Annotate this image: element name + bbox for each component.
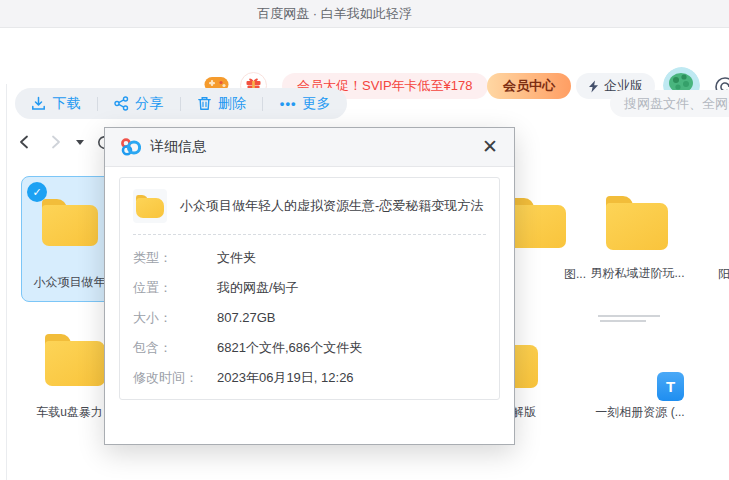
download-button[interactable]: 下载 [31,95,80,113]
forward-icon [46,133,64,151]
selected-check-icon[interactable]: ✓ [27,182,47,202]
toolbar-separator [262,97,263,111]
search-input[interactable]: 搜网盘文件、全网资 [610,90,729,117]
field-row-size: 大小： 807.27GB [120,303,499,333]
more-dots-icon: ••• [280,99,297,109]
back-button[interactable] [16,133,34,151]
vip-center-label: 会员中心 [503,77,555,95]
history-nav [16,133,113,151]
content-left-divider [6,84,7,480]
folder-icon [45,334,105,386]
field-label: 大小： [133,311,217,325]
field-row-location: 位置： 我的网盘/钩子 [120,273,499,303]
file-info-box: 小众项目做年轻人的虚拟资源生意-恋爱秘籍变现方法 类型： 文件夹 位置： 我的网… [119,177,500,400]
file-thumb [133,189,167,223]
file-name: 小众项目做年轻人的虚拟资源生意-恋爱秘籍变现方法 [180,197,483,215]
app-header: 会员大促！SVIP年卡低至¥178 会员中心 企业版 SVIP1 [0,28,729,82]
back-icon [16,133,34,151]
folder-icon [136,195,164,218]
file-card-label: 小众项目做年 [26,274,113,291]
watermark [598,315,660,317]
more-label: 更多 [303,95,331,113]
field-value: 我的网盘/钩子 [217,281,299,295]
details-dialog: 详细信息 ✕ 小众项目做年轻人的虚拟资源生意-恋爱秘籍变现方法 类型： 文件夹 … [104,127,515,445]
search-placeholder: 搜网盘文件、全网资 [624,95,729,113]
field-row-modified: 修改时间： 2023年06月19日, 12:26 [120,363,499,393]
field-value: 6821个文件,686个文件夹 [217,341,362,355]
download-icon [31,96,46,111]
vip-center-button[interactable]: 会员中心 [487,73,571,99]
folder-icon [606,196,668,250]
file-card-partial-1[interactable] [508,198,566,248]
file-card-usb[interactable] [45,334,105,386]
field-value: 807.27GB [217,311,276,325]
file-name-row: 小众项目做年轻人的虚拟资源生意-恋爱秘籍变现方法 [120,178,499,234]
trash-icon [197,96,212,111]
field-label: 修改时间： [133,371,217,385]
chevron-down-icon [76,140,84,145]
dialog-title: 详细信息 [150,138,206,156]
text-file-icon[interactable]: T [657,372,684,401]
folder-icon [508,198,566,248]
watermark [600,320,646,322]
file-card-fans-label[interactable]: 男粉私域进阶玩... [585,265,690,282]
toolbar-separator [97,97,98,111]
delete-label: 删除 [218,95,246,113]
field-label: 类型： [133,251,217,265]
forward-button[interactable] [46,133,64,151]
field-value: 文件夹 [217,251,256,265]
field-row-contains: 包含： 6821个文件,686个文件夹 [120,333,499,363]
folder-icon [42,199,98,246]
file-card-fans[interactable] [606,196,668,250]
t-glyph: T [666,378,675,395]
file-card-partial-1-label[interactable]: 图... [530,266,586,283]
delete-button[interactable]: 删除 [197,95,246,113]
share-button[interactable]: 分享 [114,95,163,113]
field-label: 包含： [133,341,217,355]
file-card-album-label[interactable]: 一刻相册资源 (... [580,404,700,421]
baidu-netdisk-logo-icon [119,137,141,157]
window-titlebar: 百度网盘 · 白羊我如此轻浮 [0,0,729,28]
enterprise-lightning-icon [588,80,599,93]
toolbar-separator [180,97,181,111]
file-card-edge-label[interactable]: 阳 [718,266,729,283]
file-fields: 类型： 文件夹 位置： 我的网盘/钩子 大小： 807.27GB 包含： 682… [120,235,499,399]
download-label: 下载 [52,95,80,113]
check-glyph: ✓ [32,186,41,199]
window-title: 百度网盘 · 白羊我如此轻浮 [257,5,412,23]
share-icon [114,96,129,111]
field-value: 2023年06月19日, 12:26 [217,371,354,385]
more-button[interactable]: ••• 更多 [280,95,331,113]
dialog-header[interactable]: 详细信息 ✕ [105,128,514,167]
close-icon[interactable]: ✕ [478,133,502,160]
field-row-type: 类型： 文件夹 [120,243,499,273]
share-label: 分享 [135,95,163,113]
history-dropdown-button[interactable] [76,140,84,145]
field-label: 位置： [133,281,217,295]
action-toolbar: 下载 分享 删除 ••• 更多 [15,88,347,119]
